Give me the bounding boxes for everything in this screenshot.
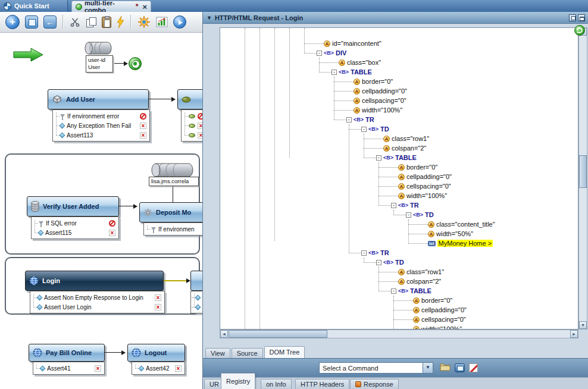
assertion-row[interactable]: [196, 293, 202, 302]
tree-attribute-row[interactable]: Acellspacing="0": [220, 181, 578, 191]
monitor-button[interactable]: [455, 363, 465, 372]
node-login[interactable]: Login Assert Non Empty Response to Login…: [25, 271, 164, 313]
tree-attribute-row[interactable]: Acolspan="2": [220, 277, 578, 286]
tree-attribute-row[interactable]: Aborder="0": [220, 296, 578, 305]
paste-button[interactable]: [102, 17, 111, 28]
tree-element-row[interactable]: -<B>TABLE: [220, 153, 578, 162]
close-icon[interactable]: ×: [142, 3, 147, 11]
go-button[interactable]: [574, 25, 585, 36]
collapse-toggle-icon[interactable]: -: [346, 117, 352, 123]
open-folder-button[interactable]: [440, 362, 451, 374]
node-header[interactable]: [190, 271, 202, 291]
tree-attribute-row[interactable]: Aclass="row1": [220, 267, 578, 277]
tree-attribute-row[interactable]: Aclass="box": [220, 58, 578, 67]
node-deposit[interactable]: Deposit Mo If environmen: [139, 202, 202, 236]
node-verify-user-added[interactable]: Verify User Added If SQL errorAssert115×: [27, 196, 119, 239]
add-step-button[interactable]: +: [5, 15, 20, 29]
run-button[interactable]: [117, 16, 124, 28]
assertion-row[interactable]: Any Exception Then Fail×: [60, 121, 148, 130]
settings-button[interactable]: [137, 15, 151, 29]
tree-element-row[interactable]: -<B>TD: [220, 124, 578, 134]
tab-http-headers[interactable]: HTTP Headers: [295, 379, 349, 389]
extra-tool-button[interactable]: [173, 15, 186, 29]
assertion-row[interactable]: Assert115×: [39, 228, 117, 237]
scroll-down-icon[interactable]: ▼: [579, 321, 587, 329]
tree-element-row[interactable]: -<B>TD: [220, 210, 578, 219]
scrollbar-thumb[interactable]: [229, 330, 327, 338]
collapse-toggle-icon[interactable]: -: [317, 51, 322, 56]
assertion-row[interactable]: [189, 111, 202, 121]
back-button[interactable]: ←: [43, 15, 57, 29]
scroll-right-icon[interactable]: ►: [570, 330, 578, 338]
workflow-canvas[interactable]: user-id User Add User If environment err…: [0, 33, 202, 389]
tree-attribute-row[interactable]: Aborder="0": [220, 77, 578, 86]
tree-attribute-row[interactable]: Aclass="row1": [220, 134, 578, 143]
assertion-row[interactable]: Assert42×: [139, 363, 183, 373]
dropdown-arrow-icon[interactable]: ▼: [423, 363, 433, 373]
tree-element-row[interactable]: -<B>TABLE: [220, 286, 578, 296]
frame-button[interactable]: [25, 15, 38, 29]
tab-quick-start[interactable]: Quick Start: [0, 0, 68, 12]
tree-attribute-row[interactable]: Awidth="100%": [220, 191, 578, 200]
jms-dataset-label[interactable]: lisa.jms.correla: [149, 177, 199, 186]
tree-text-row[interactable]: txtMyMoney Home >: [220, 239, 578, 248]
collapse-toggle-icon[interactable]: -: [376, 155, 381, 161]
collapse-toggle-icon[interactable]: -: [406, 212, 411, 218]
node-clipped-top[interactable]: ××: [177, 89, 202, 142]
assertion-row[interactable]: Assert41×: [40, 363, 103, 373]
tree-attribute-row[interactable]: Acolspan="2": [220, 143, 578, 153]
start-node[interactable]: [129, 57, 142, 70]
vertical-scrollbar[interactable]: ▲ ▼: [578, 27, 587, 330]
horizontal-scrollbar[interactable]: ◄ ►: [220, 330, 578, 338]
dom-tree[interactable]: Aid="maincontent"-<B>DIVAclass="box"-<B>…: [220, 27, 578, 330]
tree-attribute-row[interactable]: Acellpadding="0": [220, 305, 578, 315]
assertion-row[interactable]: [196, 302, 202, 312]
scroll-left-icon[interactable]: ◄: [220, 330, 228, 338]
node-header[interactable]: [177, 89, 202, 109]
clear-button[interactable]: [469, 363, 478, 372]
tree-attribute-row[interactable]: Awidth="100%": [220, 105, 578, 115]
tab-multi-tier-combo[interactable]: multi-tier-combo * ×: [71, 1, 151, 12]
collapse-toggle-icon[interactable]: -: [391, 203, 396, 208]
node-clipped-login[interactable]: [190, 271, 202, 313]
copy-button[interactable]: [86, 17, 96, 27]
command-dropdown[interactable]: Select a Command ▼: [319, 362, 433, 374]
tree-attribute-row[interactable]: Acellpadding="0": [220, 86, 578, 96]
tab-view[interactable]: View: [205, 348, 230, 358]
scrollbar-thumb[interactable]: [579, 155, 587, 188]
assertion-row[interactable]: Assert113×: [60, 130, 148, 140]
tree-attribute-row[interactable]: Acellspacing="0": [220, 96, 578, 105]
collapse-toggle-icon[interactable]: -: [361, 250, 367, 256]
tree-attribute-row[interactable]: Aborder="0": [220, 162, 578, 172]
node-header[interactable]: Deposit Mo: [139, 202, 202, 222]
collapse-toggle-icon[interactable]: -: [361, 127, 367, 132]
node-header[interactable]: Add User: [48, 89, 149, 109]
maximize-panel-icon[interactable]: [578, 14, 585, 21]
collapse-toggle-icon[interactable]: -: [376, 260, 381, 265]
collapse-toggle-icon[interactable]: -: [331, 70, 337, 75]
tab-dom-tree[interactable]: DOM Tree: [264, 346, 305, 358]
detach-panel-icon[interactable]: [569, 14, 576, 21]
assertion-row[interactable]: Assert User Login×: [37, 302, 163, 312]
tab-source[interactable]: Source: [232, 348, 263, 358]
tree-attribute-row[interactable]: Awidth="100%": [220, 324, 578, 330]
collapse-toggle-icon[interactable]: -: [391, 288, 396, 294]
assertion-row[interactable]: ×: [189, 121, 202, 130]
tree-element-row[interactable]: -<B>TABLE: [220, 67, 578, 77]
tree-attribute-row[interactable]: Aclass="content_title": [220, 219, 578, 229]
assertion-row[interactable]: ×: [189, 130, 202, 140]
tree-element-row[interactable]: -<B>TR: [220, 200, 578, 210]
tree-element-row[interactable]: -<B>DIV: [220, 48, 578, 58]
tree-attribute-row[interactable]: Acellspacing="0": [220, 315, 578, 324]
report-button[interactable]: [156, 17, 168, 27]
node-pay-bill-online[interactable]: Pay Bill Online Assert41×: [29, 344, 105, 375]
tab-info[interactable]: on Info: [261, 379, 292, 389]
collapse-icon[interactable]: ▼: [207, 15, 212, 21]
panel-header[interactable]: ▼ HTTP/HTML Request - Login: [203, 12, 588, 24]
assertion-row[interactable]: If environmen: [151, 224, 202, 234]
assertion-row[interactable]: If environment error: [60, 111, 148, 121]
tree-element-row[interactable]: -<B>TR: [220, 115, 578, 124]
node-add-user[interactable]: Add User If environment errorAny Excepti…: [48, 89, 149, 142]
tree-element-row[interactable]: -<B>TR: [220, 248, 578, 258]
tree-attribute-row[interactable]: Awidth="50%": [220, 229, 578, 239]
